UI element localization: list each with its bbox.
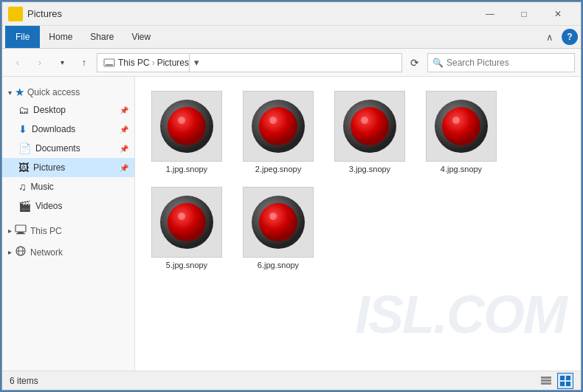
file-item-2[interactable]: 2.jpeg.snopy bbox=[234, 84, 322, 177]
record-button-icon-6 bbox=[249, 193, 308, 252]
file-item-4[interactable]: 4.jpg.snopy bbox=[417, 84, 506, 177]
file-thumbnail-3 bbox=[334, 91, 405, 162]
svg-rect-3 bbox=[106, 64, 113, 66]
files-grid: 1.jpg.snopy bbox=[142, 84, 573, 273]
sidebar-item-music[interactable]: ♫ Music bbox=[2, 177, 134, 196]
svg-point-24 bbox=[178, 213, 185, 220]
svg-rect-32 bbox=[566, 376, 570, 380]
network-header[interactable]: ▸ Network bbox=[2, 241, 134, 260]
minimize-button[interactable]: — bbox=[473, 2, 507, 26]
window: Pictures — □ ✕ File Home Share View ∧ ? … bbox=[1, 1, 582, 391]
record-button-icon-1 bbox=[157, 97, 216, 156]
this-pc-header[interactable]: ▸ This PC bbox=[2, 220, 134, 238]
svg-point-26 bbox=[259, 203, 297, 241]
network-icon bbox=[15, 246, 27, 258]
path-separator-1: › bbox=[152, 58, 155, 68]
svg-rect-34 bbox=[566, 382, 570, 386]
file-thumbnail-2 bbox=[243, 91, 314, 162]
svg-rect-31 bbox=[560, 376, 565, 380]
file-item-5[interactable]: 5.jpg.snopy bbox=[142, 180, 231, 273]
details-view-button[interactable] bbox=[538, 373, 554, 389]
sidebar-item-pictures-label: Pictures bbox=[33, 162, 65, 173]
sidebar-item-desktop-label: Desktop bbox=[33, 105, 66, 115]
file-area: ISL.COM bbox=[135, 77, 581, 371]
file-item-6[interactable]: 6.jpg.snopy bbox=[234, 180, 322, 273]
record-button-icon-2 bbox=[249, 97, 308, 156]
sidebar-item-videos-label: Videos bbox=[35, 201, 62, 211]
address-bar: ‹ › ▾ ↑ This PC › Pictures ▾ ⟳ 🔍 bbox=[2, 49, 581, 77]
search-input[interactable] bbox=[446, 58, 570, 68]
svg-point-12 bbox=[178, 117, 185, 124]
svg-rect-1 bbox=[10, 11, 15, 13]
file-item-1[interactable]: 1.jpg.snopy bbox=[142, 84, 231, 177]
sidebar-item-documents-label: Documents bbox=[35, 143, 80, 154]
sidebar-item-downloads[interactable]: ⬇ Downloads 📌 bbox=[2, 120, 134, 139]
svg-rect-6 bbox=[16, 233, 25, 234]
maximize-button[interactable]: □ bbox=[507, 2, 541, 26]
svg-point-18 bbox=[361, 117, 368, 124]
quick-access-label: Quick access bbox=[27, 87, 80, 97]
tab-file[interactable]: File bbox=[5, 26, 40, 48]
ribbon: File Home Share View ∧ ? bbox=[2, 26, 581, 49]
window-title: Pictures bbox=[27, 8, 473, 19]
svg-rect-0 bbox=[10, 13, 21, 18]
help-button[interactable]: ? bbox=[562, 29, 578, 45]
downloads-icon: ⬇ bbox=[18, 123, 27, 135]
svg-point-14 bbox=[259, 107, 297, 145]
path-this-pc bbox=[103, 57, 118, 68]
svg-rect-28 bbox=[541, 376, 551, 379]
refresh-button[interactable]: ⟳ bbox=[405, 53, 424, 72]
file-name-5: 5.jpg.snopy bbox=[166, 261, 207, 269]
ribbon-collapse-button[interactable]: ∧ bbox=[541, 28, 559, 46]
close-button[interactable]: ✕ bbox=[541, 2, 575, 26]
svg-rect-29 bbox=[541, 379, 551, 382]
downloads-pin-icon: 📌 bbox=[120, 125, 128, 134]
status-count: 6 items bbox=[10, 376, 38, 386]
up-button[interactable]: ↑ bbox=[75, 53, 94, 72]
svg-point-11 bbox=[168, 107, 206, 145]
file-thumbnail-6 bbox=[243, 187, 314, 258]
path-this-pc-label: This PC bbox=[118, 58, 150, 68]
svg-point-21 bbox=[452, 117, 460, 124]
quick-access-star-icon: ★ bbox=[15, 86, 24, 99]
svg-rect-30 bbox=[541, 382, 551, 385]
file-thumbnail-1 bbox=[151, 91, 222, 162]
sidebar-item-videos[interactable]: 🎬 Videos bbox=[2, 196, 134, 216]
back-button[interactable]: ‹ bbox=[8, 53, 27, 72]
svg-point-17 bbox=[351, 107, 389, 145]
sidebar-item-documents[interactable]: 📄 Documents 📌 bbox=[2, 139, 134, 158]
documents-pin-icon: 📌 bbox=[120, 145, 128, 153]
svg-point-15 bbox=[269, 117, 277, 124]
quick-access-header[interactable]: ▾ ★ Quick access bbox=[2, 81, 134, 100]
address-path[interactable]: This PC › Pictures ▾ bbox=[97, 53, 402, 72]
file-name-4: 4.jpg.snopy bbox=[441, 165, 482, 173]
path-pictures-label: Pictures bbox=[157, 58, 189, 68]
this-pc-label: This PC bbox=[30, 226, 62, 236]
tab-view[interactable]: View bbox=[123, 26, 159, 48]
music-icon: ♫ bbox=[18, 181, 27, 193]
record-button-icon-3 bbox=[340, 97, 399, 156]
recent-locations-button[interactable]: ▾ bbox=[52, 53, 72, 72]
title-bar: Pictures — □ ✕ bbox=[2, 2, 581, 26]
forward-button[interactable]: › bbox=[30, 53, 49, 72]
quick-access-arrow: ▾ bbox=[8, 89, 12, 97]
path-dropdown-button[interactable]: ▾ bbox=[189, 53, 204, 72]
large-icons-view-button[interactable] bbox=[557, 373, 573, 389]
network-label: Network bbox=[30, 247, 63, 258]
svg-point-27 bbox=[269, 213, 277, 220]
search-icon: 🔍 bbox=[432, 58, 444, 68]
svg-rect-5 bbox=[18, 232, 24, 233]
sidebar: ▾ ★ Quick access 🗂 Desktop 📌 ⬇ Downloads… bbox=[2, 77, 135, 371]
sidebar-item-pictures[interactable]: 🖼 Pictures 📌 bbox=[2, 158, 134, 177]
svg-rect-33 bbox=[560, 382, 565, 386]
window-icon bbox=[8, 7, 23, 21]
file-thumbnail-4 bbox=[426, 91, 497, 162]
tab-share[interactable]: Share bbox=[81, 26, 123, 48]
file-item-3[interactable]: 3.jpg.snopy bbox=[325, 84, 414, 177]
tab-home[interactable]: Home bbox=[40, 26, 81, 48]
file-name-6: 6.jpg.snopy bbox=[258, 261, 299, 269]
documents-icon: 📄 bbox=[18, 142, 31, 154]
sidebar-item-desktop[interactable]: 🗂 Desktop 📌 bbox=[2, 100, 134, 120]
this-pc-arrow: ▸ bbox=[8, 227, 12, 235]
sidebar-item-downloads-label: Downloads bbox=[32, 124, 75, 134]
